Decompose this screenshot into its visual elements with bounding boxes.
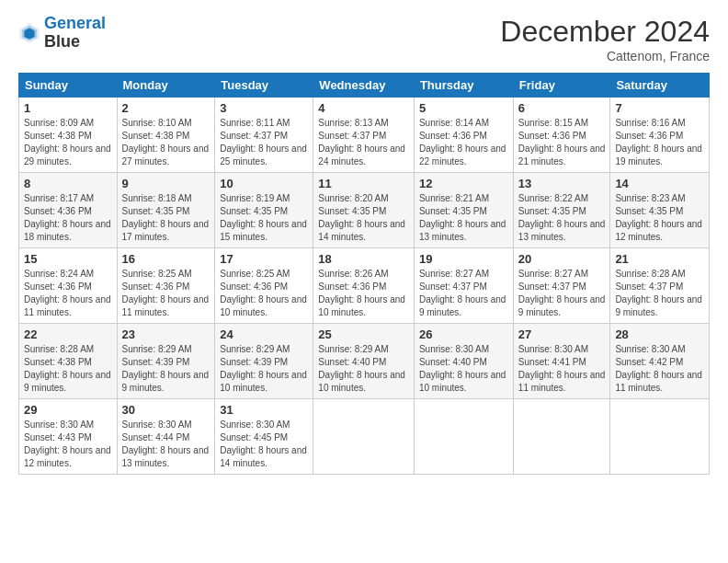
day-number: 12	[419, 177, 508, 190]
day-info: Sunrise: 8:16 AMSunset: 4:36 PMDaylight:…	[615, 117, 704, 168]
day-info: Sunrise: 8:28 AMSunset: 4:38 PMDaylight:…	[24, 343, 112, 395]
header-row: Sunday Monday Tuesday Wednesday Thursday…	[19, 74, 710, 98]
day-info: Sunrise: 8:11 AMSunset: 4:37 PMDaylight:…	[220, 117, 308, 168]
day-number: 24	[220, 327, 308, 341]
day-number: 30	[122, 403, 210, 417]
month-title: December 2024	[500, 15, 710, 49]
calendar-cell: 16Sunrise: 8:25 AMSunset: 4:36 PMDayligh…	[117, 248, 215, 324]
day-info: Sunrise: 8:30 AMSunset: 4:45 PMDaylight:…	[220, 419, 308, 470]
day-number: 7	[615, 101, 704, 115]
day-number: 23	[122, 327, 210, 341]
col-wednesday: Wednesday	[313, 74, 415, 98]
day-info: Sunrise: 8:28 AMSunset: 4:37 PMDaylight:…	[615, 268, 704, 319]
calendar-week-row: 1Sunrise: 8:09 AMSunset: 4:38 PMDaylight…	[19, 98, 710, 173]
calendar-cell: 23Sunrise: 8:29 AMSunset: 4:39 PMDayligh…	[117, 324, 215, 399]
day-info: Sunrise: 8:29 AMSunset: 4:40 PMDaylight:…	[318, 343, 409, 395]
logo-text: General Blue	[44, 15, 106, 52]
day-number: 16	[122, 252, 210, 266]
calendar-cell: 27Sunrise: 8:30 AMSunset: 4:41 PMDayligh…	[513, 324, 610, 399]
calendar-cell: 6Sunrise: 8:15 AMSunset: 4:36 PMDaylight…	[513, 98, 610, 173]
calendar-cell: 17Sunrise: 8:25 AMSunset: 4:36 PMDayligh…	[215, 248, 313, 324]
calendar-week-row: 8Sunrise: 8:17 AMSunset: 4:36 PMDaylight…	[19, 173, 710, 248]
day-info: Sunrise: 8:24 AMSunset: 4:36 PMDaylight:…	[24, 268, 112, 319]
day-number: 20	[518, 252, 606, 266]
day-info: Sunrise: 8:14 AMSunset: 4:36 PMDaylight:…	[419, 117, 508, 168]
day-info: Sunrise: 8:17 AMSunset: 4:36 PMDaylight:…	[24, 192, 112, 244]
day-number: 25	[318, 327, 409, 341]
calendar-cell: 12Sunrise: 8:21 AMSunset: 4:35 PMDayligh…	[414, 173, 513, 248]
day-number: 3	[220, 101, 308, 115]
calendar-cell: 24Sunrise: 8:29 AMSunset: 4:39 PMDayligh…	[215, 324, 313, 399]
title-section: December 2024 Cattenom, France	[500, 15, 710, 63]
calendar-cell: 29Sunrise: 8:30 AMSunset: 4:43 PMDayligh…	[19, 399, 118, 475]
day-number: 8	[24, 177, 112, 190]
day-number: 13	[518, 177, 606, 190]
calendar-cell: 2Sunrise: 8:10 AMSunset: 4:38 PMDaylight…	[117, 98, 215, 173]
day-number: 9	[122, 177, 210, 190]
calendar-cell: 25Sunrise: 8:29 AMSunset: 4:40 PMDayligh…	[313, 324, 415, 399]
day-info: Sunrise: 8:19 AMSunset: 4:35 PMDaylight:…	[220, 192, 308, 244]
day-number: 1	[24, 101, 112, 115]
calendar-cell: 7Sunrise: 8:16 AMSunset: 4:36 PMDaylight…	[610, 98, 710, 173]
day-number: 15	[24, 252, 112, 266]
logo-line1: General	[44, 14, 106, 32]
day-info: Sunrise: 8:22 AMSunset: 4:35 PMDaylight:…	[518, 192, 606, 244]
calendar-cell: 8Sunrise: 8:17 AMSunset: 4:36 PMDaylight…	[19, 173, 118, 248]
calendar-cell: 13Sunrise: 8:22 AMSunset: 4:35 PMDayligh…	[513, 173, 610, 248]
calendar-page: General Blue December 2024 Cattenom, Fra…	[0, 0, 728, 563]
day-info: Sunrise: 8:23 AMSunset: 4:35 PMDaylight:…	[615, 192, 704, 244]
calendar-cell: 26Sunrise: 8:30 AMSunset: 4:40 PMDayligh…	[414, 324, 513, 399]
calendar-cell: 9Sunrise: 8:18 AMSunset: 4:35 PMDaylight…	[117, 173, 215, 248]
day-info: Sunrise: 8:30 AMSunset: 4:42 PMDaylight:…	[615, 343, 704, 395]
day-number: 4	[318, 101, 409, 115]
calendar-week-row: 22Sunrise: 8:28 AMSunset: 4:38 PMDayligh…	[19, 324, 710, 399]
day-info: Sunrise: 8:29 AMSunset: 4:39 PMDaylight:…	[122, 343, 210, 395]
calendar-cell	[513, 399, 610, 475]
calendar-cell	[414, 399, 513, 475]
day-number: 14	[615, 177, 704, 190]
day-info: Sunrise: 8:27 AMSunset: 4:37 PMDaylight:…	[518, 268, 606, 319]
day-number: 11	[318, 177, 409, 190]
day-number: 19	[419, 252, 508, 266]
day-info: Sunrise: 8:10 AMSunset: 4:38 PMDaylight:…	[122, 117, 210, 168]
calendar-cell: 18Sunrise: 8:26 AMSunset: 4:36 PMDayligh…	[313, 248, 415, 324]
col-thursday: Thursday	[414, 74, 513, 98]
day-number: 6	[518, 101, 606, 115]
col-sunday: Sunday	[19, 74, 118, 98]
logo-icon	[18, 22, 40, 44]
calendar-cell: 14Sunrise: 8:23 AMSunset: 4:35 PMDayligh…	[610, 173, 710, 248]
col-saturday: Saturday	[610, 74, 710, 98]
day-info: Sunrise: 8:25 AMSunset: 4:36 PMDaylight:…	[220, 268, 308, 319]
col-friday: Friday	[513, 74, 610, 98]
day-number: 31	[220, 403, 308, 417]
day-info: Sunrise: 8:09 AMSunset: 4:38 PMDaylight:…	[24, 117, 112, 168]
calendar-week-row: 29Sunrise: 8:30 AMSunset: 4:43 PMDayligh…	[19, 399, 710, 475]
day-number: 27	[518, 327, 606, 341]
day-info: Sunrise: 8:26 AMSunset: 4:36 PMDaylight:…	[318, 268, 409, 319]
col-monday: Monday	[117, 74, 215, 98]
day-number: 17	[220, 252, 308, 266]
day-info: Sunrise: 8:30 AMSunset: 4:40 PMDaylight:…	[419, 343, 508, 395]
day-number: 18	[318, 252, 409, 266]
day-number: 28	[615, 327, 704, 341]
location-subtitle: Cattenom, France	[500, 49, 710, 63]
logo: General Blue	[18, 15, 106, 52]
calendar-cell: 4Sunrise: 8:13 AMSunset: 4:37 PMDaylight…	[313, 98, 415, 173]
calendar-cell: 5Sunrise: 8:14 AMSunset: 4:36 PMDaylight…	[414, 98, 513, 173]
day-info: Sunrise: 8:20 AMSunset: 4:35 PMDaylight:…	[318, 192, 409, 244]
day-number: 29	[24, 403, 112, 417]
calendar-cell	[313, 399, 415, 475]
calendar-cell: 20Sunrise: 8:27 AMSunset: 4:37 PMDayligh…	[513, 248, 610, 324]
calendar-cell: 3Sunrise: 8:11 AMSunset: 4:37 PMDaylight…	[215, 98, 313, 173]
day-info: Sunrise: 8:30 AMSunset: 4:43 PMDaylight:…	[24, 419, 112, 470]
day-info: Sunrise: 8:30 AMSunset: 4:44 PMDaylight:…	[122, 419, 210, 470]
calendar-week-row: 15Sunrise: 8:24 AMSunset: 4:36 PMDayligh…	[19, 248, 710, 324]
calendar-cell: 1Sunrise: 8:09 AMSunset: 4:38 PMDaylight…	[19, 98, 118, 173]
calendar-table: Sunday Monday Tuesday Wednesday Thursday…	[18, 73, 710, 475]
day-number: 26	[419, 327, 508, 341]
col-tuesday: Tuesday	[215, 74, 313, 98]
calendar-cell: 22Sunrise: 8:28 AMSunset: 4:38 PMDayligh…	[19, 324, 118, 399]
day-number: 21	[615, 252, 704, 266]
calendar-cell: 19Sunrise: 8:27 AMSunset: 4:37 PMDayligh…	[414, 248, 513, 324]
day-number: 5	[419, 101, 508, 115]
